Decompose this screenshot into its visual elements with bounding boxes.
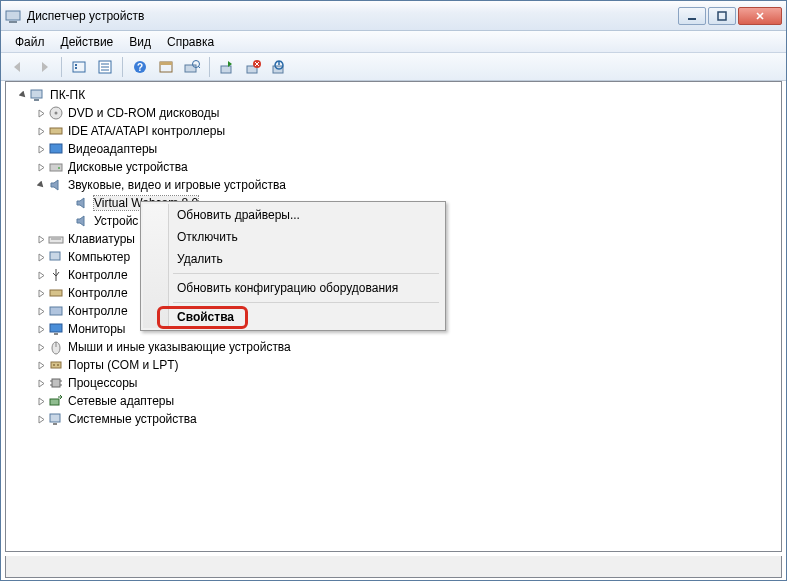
ctx-delete[interactable]: Удалить — [143, 248, 443, 270]
uninstall-button[interactable] — [241, 55, 265, 79]
svg-rect-40 — [54, 333, 58, 335]
svg-rect-32 — [50, 164, 62, 171]
svg-point-44 — [53, 364, 55, 366]
ctx-disable[interactable]: Отключить — [143, 226, 443, 248]
titlebar: Диспетчер устройств — [1, 1, 786, 31]
tree-node[interactable]: Системные устройства — [6, 410, 781, 428]
node-label: Клавиатуры — [68, 232, 135, 246]
tree-node[interactable]: Сетевые адаптеры — [6, 392, 781, 410]
tree-node[interactable]: Мыши и иные указывающие устройства — [6, 338, 781, 356]
window-controls — [678, 7, 782, 25]
minimize-button[interactable] — [678, 7, 706, 25]
expand-icon[interactable] — [36, 162, 46, 172]
svg-rect-38 — [50, 307, 62, 315]
network-icon — [48, 393, 64, 409]
menu-help[interactable]: Справка — [159, 33, 222, 51]
expand-icon[interactable] — [36, 234, 46, 244]
expand-icon[interactable] — [36, 342, 46, 352]
keyboard-icon — [48, 231, 64, 247]
svg-rect-34 — [49, 237, 63, 243]
svg-rect-46 — [52, 379, 60, 387]
scan-button[interactable] — [180, 55, 204, 79]
collapse-icon[interactable] — [36, 180, 46, 190]
expand-icon[interactable] — [36, 360, 46, 370]
svg-rect-0 — [6, 11, 20, 20]
ctx-rescan[interactable]: Обновить конфигурацию оборудования — [143, 277, 443, 299]
tree-node[interactable]: DVD и CD-ROM дисководы — [6, 104, 781, 122]
expand-icon[interactable] — [36, 396, 46, 406]
svg-line-19 — [198, 66, 200, 68]
expand-icon[interactable] — [36, 270, 46, 280]
tiles-button[interactable] — [154, 55, 178, 79]
expand-icon[interactable] — [36, 108, 46, 118]
node-label: Компьютер — [68, 250, 130, 264]
collapse-icon[interactable] — [18, 90, 28, 100]
toolbar-separator — [122, 57, 123, 77]
svg-point-33 — [58, 167, 60, 169]
node-label: Контролле — [68, 304, 128, 318]
node-label: Системные устройства — [68, 412, 197, 426]
properties-button[interactable] — [93, 55, 117, 79]
tree-node[interactable]: Порты (COM и LPT) — [6, 356, 781, 374]
expand-icon[interactable] — [36, 144, 46, 154]
storage-controller-icon — [48, 303, 64, 319]
svg-rect-20 — [221, 66, 231, 73]
show-hidden-button[interactable] — [67, 55, 91, 79]
node-label: Сетевые адаптеры — [68, 394, 174, 408]
expand-icon[interactable] — [36, 414, 46, 424]
window-title: Диспетчер устройств — [27, 9, 678, 23]
system-device-icon — [48, 411, 64, 427]
forward-button[interactable] — [32, 55, 56, 79]
disable-button[interactable] — [267, 55, 291, 79]
sound-device-icon — [74, 195, 90, 211]
sound-icon — [48, 177, 64, 193]
menu-view[interactable]: Вид — [121, 33, 159, 51]
svg-rect-37 — [50, 290, 62, 296]
tree-root[interactable]: ПК-ПК — [6, 86, 781, 104]
monitor-icon — [48, 321, 64, 337]
help-button[interactable]: ? — [128, 55, 152, 79]
svg-rect-17 — [185, 65, 196, 72]
ctx-update-drivers[interactable]: Обновить драйверы... — [143, 204, 443, 226]
disk-drive-icon — [48, 159, 64, 175]
expand-icon[interactable] — [36, 252, 46, 262]
svg-point-45 — [57, 364, 59, 366]
menu-action[interactable]: Действие — [53, 33, 122, 51]
close-button[interactable] — [738, 7, 782, 25]
svg-rect-7 — [75, 64, 77, 66]
update-driver-button[interactable] — [215, 55, 239, 79]
tree-node[interactable]: Видеоадаптеры — [6, 140, 781, 158]
expand-icon[interactable] — [36, 288, 46, 298]
svg-rect-31 — [50, 144, 62, 153]
tree-node[interactable]: Процессоры — [6, 374, 781, 392]
ctx-properties[interactable]: Свойства — [143, 306, 443, 328]
expand-icon[interactable] — [36, 324, 46, 334]
svg-rect-1 — [9, 21, 17, 23]
tree-node-expanded[interactable]: Звуковые, видео и игровые устройства — [6, 176, 781, 194]
computer-icon — [48, 249, 64, 265]
node-label: Процессоры — [68, 376, 138, 390]
device-tree-panel: ПК-ПК DVD и CD-ROM дисководы IDE ATA/ATA… — [5, 81, 782, 552]
expand-icon[interactable] — [36, 306, 46, 316]
expand-icon[interactable] — [36, 378, 46, 388]
menu-file[interactable]: Файл — [7, 33, 53, 51]
svg-rect-39 — [50, 324, 62, 332]
svg-rect-51 — [50, 399, 59, 405]
tree-node[interactable]: Дисковые устройства — [6, 158, 781, 176]
maximize-button[interactable] — [708, 7, 736, 25]
context-menu-separator — [173, 302, 439, 303]
tree-node[interactable]: IDE ATA/ATAPI контроллеры — [6, 122, 781, 140]
controller-icon — [48, 285, 64, 301]
svg-rect-30 — [50, 128, 62, 134]
back-button[interactable] — [6, 55, 30, 79]
toolbar: ? — [1, 53, 786, 81]
expand-icon[interactable] — [36, 126, 46, 136]
node-label: Звуковые, видео и игровые устройства — [68, 178, 286, 192]
computer-icon — [30, 87, 46, 103]
app-icon — [5, 8, 21, 24]
statusbar — [5, 556, 782, 578]
svg-rect-27 — [34, 99, 39, 101]
mouse-icon — [48, 339, 64, 355]
node-label: DVD и CD-ROM дисководы — [68, 106, 219, 120]
node-label: ПК-ПК — [50, 88, 85, 102]
